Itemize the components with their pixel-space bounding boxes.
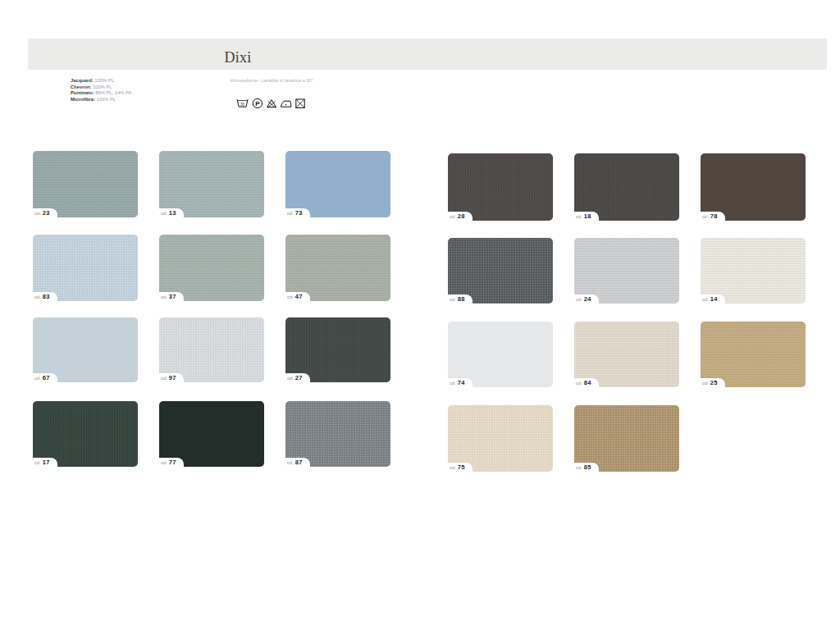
svg-text:P: P — [255, 100, 260, 107]
svg-text:30: 30 — [240, 103, 245, 107]
